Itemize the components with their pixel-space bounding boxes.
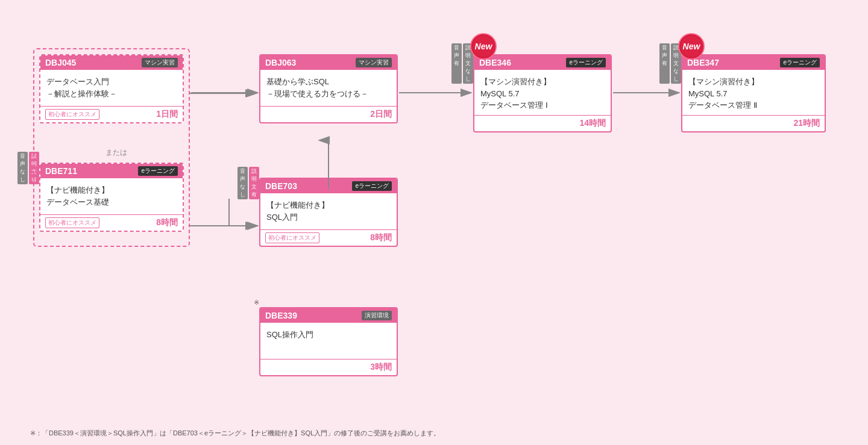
card-dbj045-duration: 1日間 xyxy=(156,109,178,120)
dbe346-badge-audio: 音声有 xyxy=(451,43,462,84)
card-dbe346-header: DBE346 eラーニング xyxy=(474,55,611,70)
card-dbe346-duration: 14時間 xyxy=(579,118,606,129)
card-dbe346-type: eラーニング xyxy=(566,58,606,67)
card-dbj045-body: データベース入門 －解説と操作体験－ xyxy=(40,70,183,106)
card-dbe347-duration: 21時間 xyxy=(793,118,820,129)
dbe339-asterisk: ※ xyxy=(254,299,259,307)
card-dbe703-title2: SQL入門 xyxy=(266,211,391,223)
card-dbe347-title3: データベース管理 Ⅱ xyxy=(688,99,819,111)
card-dbe346-footer: 14時間 xyxy=(474,115,611,131)
card-dbe711-type: eラーニング xyxy=(138,166,178,176)
card-dbe703-duration: 8時間 xyxy=(370,232,392,243)
card-dbe339-type: 演習環境 xyxy=(362,311,392,320)
card-dbe703-beginner: 初心者にオススメ xyxy=(265,232,319,243)
card-dbj063-type: マシン実習 xyxy=(356,58,392,67)
card-dbe339-title1: SQL操作入門 xyxy=(266,329,391,341)
card-dbj045-title2: －解説と操作体験－ xyxy=(46,88,177,100)
card-dbe711-duration: 8時間 xyxy=(156,217,178,228)
card-dbe711[interactable]: DBE711 eラーニング 【ナビ機能付き】 データベース基礎 初心者にオススメ… xyxy=(39,163,184,232)
card-dbe339-duration: 3時間 xyxy=(370,362,392,373)
card-dbe339[interactable]: DBE339 演習環境 SQL操作入門 3時間 xyxy=(259,307,398,376)
card-dbj063-title2: －現場で使える力をつける－ xyxy=(266,88,391,100)
card-dbe703-header: DBE703 eラーニング xyxy=(260,179,397,193)
card-dbe346-body: 【マシン演習付き】 MySQL 5.7 データベース管理 Ⅰ xyxy=(474,70,611,115)
dbe703-badge-desc: 説明文有 xyxy=(249,167,259,199)
card-dbj045-type: マシン実習 xyxy=(142,58,178,67)
matawa-label: または xyxy=(105,148,127,158)
card-dbe703-title1: 【ナビ機能付き】 xyxy=(266,199,391,211)
dbe711-badge-desc: 説明文有 xyxy=(29,152,39,184)
card-dbe711-title2: データベース基礎 xyxy=(46,196,177,208)
card-dbe339-footer: 3時間 xyxy=(260,359,397,375)
card-dbe347[interactable]: DBE347 eラーニング 【マシン演習付き】 MySQL 5.7 データベース… xyxy=(681,54,826,132)
footnote: ※：「DBE339＜演習環境＞SQL操作入門」は「DBE703＜eラーニング＞【… xyxy=(30,429,440,438)
card-dbj063[interactable]: DBJ063 マシン実習 基礎から学ぶSQL －現場で使える力をつける－ 2日間 xyxy=(259,54,398,123)
main-container: DBJ045 マシン実習 データベース入門 －解説と操作体験－ 初心者にオススメ… xyxy=(0,0,868,445)
dbe711-badges: 音声なし 説明文有 xyxy=(17,152,39,184)
card-dbe711-footer: 初心者にオススメ 8時間 xyxy=(40,214,183,231)
card-dbe347-footer: 21時間 xyxy=(682,115,825,131)
card-dbe347-title1: 【マシン演習付き】 xyxy=(688,76,819,88)
card-dbe347-body: 【マシン演習付き】 MySQL 5.7 データベース管理 Ⅱ xyxy=(682,70,825,115)
card-dbj045-header: DBJ045 マシン実習 xyxy=(40,55,183,70)
card-dbe346-title2: MySQL 5.7 xyxy=(480,88,605,100)
dbe347-badge-audio: 音声有 xyxy=(659,43,670,84)
card-dbj063-title1: 基礎から学ぶSQL xyxy=(266,76,391,88)
card-dbe339-body: SQL操作入門 xyxy=(260,323,397,359)
card-dbe711-title1: 【ナビ機能付き】 xyxy=(46,184,177,196)
dbe703-badges: 音声なし 説明文有 xyxy=(237,167,259,199)
dbe347-new-badge: New xyxy=(678,33,705,60)
card-dbe339-code: DBE339 xyxy=(265,311,297,320)
card-dbe346-title3: データベース管理 Ⅰ xyxy=(480,99,605,111)
card-dbj045-code: DBJ045 xyxy=(45,58,76,67)
card-dbe703-code: DBE703 xyxy=(265,181,297,191)
card-dbe346-title1: 【マシン演習付き】 xyxy=(480,76,605,88)
card-dbe703-footer: 初心者にオススメ 8時間 xyxy=(260,229,397,246)
card-dbj045-footer: 初心者にオススメ 1日間 xyxy=(40,106,183,122)
card-dbe711-header: DBE711 eラーニング xyxy=(40,164,183,178)
dbe711-badge-audio: 音声なし xyxy=(17,152,28,184)
card-dbj045[interactable]: DBJ045 マシン実習 データベース入門 －解説と操作体験－ 初心者にオススメ… xyxy=(39,54,184,123)
card-dbe711-beginner: 初心者にオススメ xyxy=(45,217,99,228)
card-dbe711-code: DBE711 xyxy=(45,166,77,176)
card-dbj045-beginner: 初心者にオススメ xyxy=(45,109,99,120)
dbe346-new-badge: New xyxy=(470,33,497,60)
card-dbj063-footer: 2日間 xyxy=(260,106,397,122)
card-dbj063-duration: 2日間 xyxy=(370,109,392,120)
card-dbe347-header: DBE347 eラーニング xyxy=(682,55,825,70)
dbe703-badge-audio: 音声なし xyxy=(237,167,248,199)
card-dbe346[interactable]: DBE346 eラーニング 【マシン演習付き】 MySQL 5.7 データベース… xyxy=(473,54,612,132)
card-dbj063-code: DBJ063 xyxy=(265,58,296,67)
card-dbe703[interactable]: DBE703 eラーニング 【ナビ機能付き】 SQL入門 初心者にオススメ 8時… xyxy=(259,178,398,247)
card-dbe339-header: DBE339 演習環境 xyxy=(260,308,397,323)
card-dbj045-title1: データベース入門 xyxy=(46,76,177,88)
card-dbe711-body: 【ナビ機能付き】 データベース基礎 xyxy=(40,178,183,214)
card-dbe347-title2: MySQL 5.7 xyxy=(688,88,819,100)
card-dbe347-type: eラーニング xyxy=(780,58,820,67)
card-dbj063-body: 基礎から学ぶSQL －現場で使える力をつける－ xyxy=(260,70,397,106)
card-dbe703-body: 【ナビ機能付き】 SQL入門 xyxy=(260,193,397,229)
card-dbj063-header: DBJ063 マシン実習 xyxy=(260,55,397,70)
card-dbe703-type: eラーニング xyxy=(352,181,392,191)
